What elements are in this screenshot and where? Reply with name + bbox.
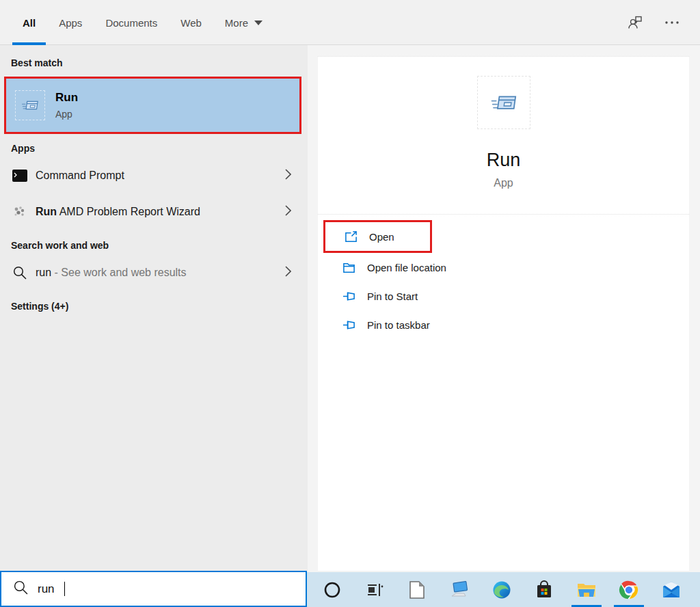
chevron-right-icon[interactable] [285,266,291,280]
task-view-button[interactable] [353,572,396,607]
best-match-text: Run App [55,91,78,120]
folder-icon [342,261,355,274]
result-label: run - See work and web results [36,267,187,279]
tab-all[interactable]: All [23,0,36,45]
this-pc-button[interactable] [438,572,481,607]
filter-tabs: All Apps Documents Web More [23,0,700,45]
chevron-right-icon[interactable] [285,205,291,219]
annotation-box-best-match: Run App [4,77,301,134]
action-label: Open file location [367,262,446,273]
action-label: Pin to Start [367,291,418,302]
web-search-header: Search work and web [11,239,308,252]
best-match-result-run[interactable]: Run App [6,79,299,132]
pin-icon [342,290,355,303]
tab-apps[interactable]: Apps [59,0,82,45]
taskbar-search-input[interactable]: run [0,571,307,607]
run-app-icon [15,90,45,120]
apps-header: Apps [11,142,308,154]
tab-documents[interactable]: Documents [105,0,157,45]
result-command-prompt[interactable]: Command Prompt [0,160,308,191]
preview-card: Run App Open [318,56,689,571]
action-pin-to-start[interactable]: Pin to Start [318,282,689,310]
pin-icon [342,319,355,332]
best-match-header: Best match [11,57,308,69]
google-chrome-button[interactable] [608,572,650,607]
divider [318,214,689,215]
context-actions: Open Open file location [318,220,689,339]
preview-pane-background: Run App Open [308,45,700,571]
preview-title: Run [318,150,689,171]
result-label: Command Prompt [36,170,124,182]
result-amd-problem-report-wizard[interactable]: Run AMD Problem Report Wizard [0,196,308,227]
search-icon [11,265,29,280]
result-label: Run AMD Problem Report Wizard [36,206,200,218]
result-web-search-run[interactable]: run - See work and web results [0,257,308,288]
open-icon [344,230,358,243]
settings-header: Settings (4+) [11,300,308,312]
tab-web[interactable]: Web [180,0,202,45]
windows-search-panel: All Apps Documents Web More Best match [0,0,700,607]
search-filter-header: All Apps Documents Web More [0,0,700,45]
chevron-down-icon [254,21,262,25]
more-options-icon[interactable] [663,14,681,31]
tab-more[interactable]: More [225,0,262,45]
action-open-file-location[interactable]: Open file location [318,253,689,282]
search-icon [13,580,29,598]
action-label: Open [369,231,394,243]
mail-button[interactable] [650,572,692,607]
best-match-subtitle: App [55,109,78,120]
best-match-title: Run [55,91,78,105]
microsoft-store-button[interactable] [523,572,565,607]
action-label: Pin to taskbar [367,319,430,331]
cortana-button[interactable] [311,572,353,607]
run-app-icon [477,76,530,129]
chevron-right-icon[interactable] [285,169,291,183]
amd-wizard-icon [11,204,29,219]
libreoffice-button[interactable] [396,572,438,607]
action-open[interactable]: Open [323,220,432,253]
search-query-text: run [38,582,55,596]
preview-subtitle: App [318,177,689,189]
action-pin-to-taskbar[interactable]: Pin to taskbar [318,310,689,339]
feedback-icon[interactable] [626,14,644,31]
text-cursor [64,582,66,596]
taskbar [307,572,700,607]
microsoft-edge-button[interactable] [481,572,523,607]
search-results-pane: Best match Run [0,45,308,571]
file-explorer-button[interactable] [565,572,608,607]
command-prompt-icon [11,167,29,184]
